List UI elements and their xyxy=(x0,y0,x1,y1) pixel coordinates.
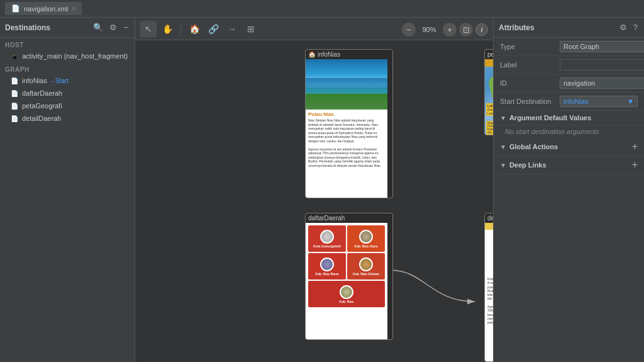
host-section-label: HOST xyxy=(0,38,135,50)
destinations-title: Destinations xyxy=(5,23,50,32)
tab-label: navigation.xml xyxy=(24,5,68,13)
graph-item-detail-label: detailDaerah xyxy=(22,115,61,122)
node-petageografi[interactable]: petaGeografi Lokasi: Asia Tenggara Koord… xyxy=(484,49,493,135)
file-icon: 📄 xyxy=(11,4,20,13)
pan-tool-button[interactable]: ✋ xyxy=(159,21,175,37)
start-dest-select[interactable]: infoNias ▼ xyxy=(560,96,638,107)
action-button[interactable]: → xyxy=(224,21,240,37)
arg-defaults-label-group: ▼ Argument Default Values xyxy=(500,114,591,122)
sidebar-item-petageografi[interactable]: 📄 petaGeografi xyxy=(0,99,135,112)
daftar-barat-label: Kab. Nias Barat xyxy=(316,272,339,276)
sidebar-item-daftardaerah[interactable]: 📄 daftarDaerah xyxy=(0,87,135,99)
nested-graph-button[interactable]: ⊞ xyxy=(243,21,259,37)
start-dest-label: Start Destination xyxy=(500,98,560,105)
node-infonias-content: Pulau Nias Nias Selatan Nias Nias adalah… xyxy=(306,59,387,198)
right-panel-actions: ⚙ ? xyxy=(618,21,639,33)
left-panel-actions: 🔍 ⚙ − xyxy=(92,21,130,33)
node-infonias-image xyxy=(306,59,387,110)
right-panel: Attributes ⚙ ? Type Label ID Start Desti… xyxy=(493,18,644,362)
minimize-button[interactable]: − xyxy=(122,21,130,33)
daftar-item-utara: Kab. Nias Utara xyxy=(347,225,385,252)
nav-graph-canvas[interactable]: ↖ ✋ 🏠 🔗 → ⊞ − 90% + ⊡ i xyxy=(135,18,493,362)
fragment-icon-1: 📄 xyxy=(10,76,19,85)
emblem-nias xyxy=(340,285,353,299)
deep-links-label: Deep Links xyxy=(509,161,547,169)
deep-links-label-group: ▼ Deep Links xyxy=(500,161,547,169)
home-indicator-icon: 🏠 xyxy=(308,51,316,58)
add-global-action-button[interactable]: + xyxy=(632,141,638,152)
node-petageografi-map: Lokasi: Asia Tenggara Koordinat: 1°N, 97… xyxy=(485,59,493,135)
emblem-selatan xyxy=(359,257,373,271)
emblem-kota xyxy=(320,230,334,244)
daftar-item-kota: Kota Gunungsitoli xyxy=(308,225,346,252)
host-icon: 📱 xyxy=(10,52,19,60)
file-tab[interactable]: 📄 navigation.xml × xyxy=(5,2,82,15)
no-args-text: No start destination arguments xyxy=(494,125,644,138)
node-petageografi-title: petaGeografi xyxy=(485,50,493,59)
sidebar-item-infonias[interactable]: 📄 infoNias - Start xyxy=(0,74,135,87)
zoom-level: 90% xyxy=(418,26,440,33)
title-bar: 📄 navigation.xml × xyxy=(0,0,644,18)
node-detaildaerah-body: Kota Daerah Nias. Kota Nias adalah kepul… xyxy=(485,276,493,327)
emblem-barat xyxy=(320,257,334,271)
close-tab-button[interactable]: × xyxy=(72,5,75,12)
deep-links-triangle: ▼ xyxy=(500,162,506,169)
zoom-in-button[interactable]: + xyxy=(443,23,457,37)
settings-button[interactable]: ⚙ xyxy=(108,21,118,33)
search-button[interactable]: 🔍 xyxy=(92,21,104,33)
node-detaildaerah-emblem-area xyxy=(485,230,493,273)
label-label: Label xyxy=(500,61,560,69)
fragment-icon-3: 📄 xyxy=(10,101,19,110)
attributes-settings-button[interactable]: ⚙ xyxy=(618,21,628,33)
label-input[interactable] xyxy=(560,59,644,71)
graph-item-daftar-label: daftarDaerah xyxy=(22,89,62,97)
node-daftardaerah-title: daftarDaerah xyxy=(306,213,392,223)
id-row: ID xyxy=(494,74,644,93)
node-petageografi-topbar xyxy=(485,59,493,67)
sidebar-item-detaildaerah[interactable]: 📄 detailDaerah xyxy=(0,112,135,125)
arg-defaults-section[interactable]: ▼ Argument Default Values xyxy=(494,111,644,125)
start-badge: - Start xyxy=(52,77,69,84)
toolbar-divider-1 xyxy=(180,23,181,35)
global-actions-label: Global Actions xyxy=(509,143,558,150)
info-button[interactable]: i xyxy=(475,23,488,36)
arg-defaults-triangle: ▼ xyxy=(500,115,506,122)
daftar-item-barat: Kab. Nias Barat xyxy=(308,253,346,280)
node-infonias-city: Pulau Nias xyxy=(308,111,385,117)
node-detaildaerah-city: Shanghai xyxy=(485,223,493,230)
fragment-icon-4: 📄 xyxy=(10,114,19,123)
zoom-out-button[interactable]: − xyxy=(402,23,416,37)
id-label: ID xyxy=(500,79,560,87)
deeplink-button[interactable]: 🔗 xyxy=(205,21,221,37)
node-daftardaerah[interactable]: daftarDaerah Kota Gunungsitoli Kab. Nias… xyxy=(305,213,393,340)
select-tool-button[interactable]: ↖ xyxy=(140,21,157,37)
node-infonias[interactable]: 🏠 infoNias Pulau Nias Nias Selatan Nias … xyxy=(305,49,393,198)
node-detaildaerah-title: detailDaerah xyxy=(485,213,493,223)
node-detaildaerah[interactable]: detailDaerah Shanghai xyxy=(484,213,493,362)
home-button[interactable]: 🏠 xyxy=(186,21,203,37)
daftar-kota-label: Kota Gunungsitoli xyxy=(313,244,340,248)
global-actions-section[interactable]: ▼ Global Actions + xyxy=(494,138,644,156)
deep-links-section[interactable]: ▼ Deep Links + xyxy=(494,156,644,174)
graph-item-infonias-label: infoNias xyxy=(22,77,47,84)
node-infonias-title: 🏠 infoNias xyxy=(306,50,392,59)
host-item[interactable]: 📱 activity_main (nav_host_fragment) xyxy=(0,50,135,62)
left-panel: Destinations 🔍 ⚙ − HOST 📱 activity_main … xyxy=(0,18,135,362)
label-row: Label xyxy=(494,56,644,74)
daftar-selatan-label: Kab. Nias Selatan xyxy=(353,272,379,276)
graph-section-label: GRAPH xyxy=(0,62,135,74)
fragment-icon-2: 📄 xyxy=(10,89,19,98)
node-petageografi-content: Lokasi: Asia Tenggara Koordinat: 1°N, 97… xyxy=(485,59,493,135)
type-label: Type xyxy=(500,43,560,50)
fit-button[interactable]: ⊡ xyxy=(459,23,473,37)
type-input[interactable] xyxy=(560,41,644,52)
zoom-controls: − 90% + ⊡ i xyxy=(402,23,488,37)
id-input[interactable] xyxy=(560,77,644,89)
add-deep-link-button[interactable]: + xyxy=(632,159,638,171)
node-daftardaerah-content: Kota Gunungsitoli Kab. Nias Utara Kab. N… xyxy=(306,223,387,339)
node-detaildaerah-content: Shanghai xyxy=(485,223,493,361)
daftar-item-selatan: Kab. Nias Selatan xyxy=(347,253,385,280)
daftar-nias-label: Kab. Nias xyxy=(340,300,354,303)
attributes-help-button[interactable]: ? xyxy=(632,21,639,33)
start-dest-row: Start Destination infoNias ▼ xyxy=(494,93,644,111)
